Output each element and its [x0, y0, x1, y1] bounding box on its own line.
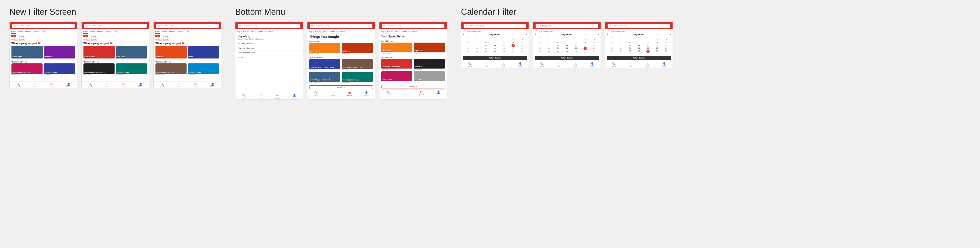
pill-events-1[interactable]: Events [17, 35, 25, 37]
bm-search-input-3[interactable]: 🔍 Search for an event... [382, 24, 444, 28]
bm-bnav-bought-3[interactable]: 🛍 Bought [413, 91, 430, 96]
cal-day-14[interactable]: 14 [490, 44, 500, 47]
bnav-saved-2[interactable]: ♡ Saved [99, 83, 115, 88]
event-card-dance-2[interactable]: Let's Dance [116, 46, 147, 59]
tab-places-1[interactable]: Places [18, 30, 23, 34]
cal3-day-26[interactable]: 26 [616, 50, 625, 53]
bm-tab-events-3[interactable]: Events [395, 30, 401, 33]
tab-maps-2[interactable]: Maps [83, 30, 88, 34]
event-card-misty-3[interactable]: Misty [188, 46, 219, 59]
pill-all-3[interactable]: All [155, 35, 160, 37]
bm-night-card[interactable]: Night it up! ● Night it up! [342, 43, 373, 54]
saved-jazz-card[interactable]: Jazz Festival ● Jazz Festival [381, 43, 412, 54]
cal-day-21[interactable]: 21 [490, 48, 500, 50]
cal3-day-21[interactable]: 21 [635, 47, 643, 50]
cal3-day-31[interactable]: 31 [662, 50, 671, 53]
tab-events-1[interactable]: Events [25, 30, 30, 34]
search-input-3[interactable]: 🔍 Search for an event... [156, 24, 219, 28]
cal3-day-10[interactable]: 10 [662, 41, 671, 44]
bm-photos[interactable]: Photos [235, 55, 303, 60]
bnav-search-1[interactable]: 🔍 Search [10, 83, 26, 88]
cal-day-24[interactable]: 24 [518, 48, 527, 50]
saved-bar-card[interactable]: Bar Stray Lorem ipsum [414, 71, 445, 83]
cal-day-3[interactable]: 3 [518, 38, 527, 41]
bm-bnav-bought-1[interactable]: 🛍 Bought [269, 94, 286, 99]
cal-day-11[interactable]: 11 [463, 44, 472, 47]
bnav-bought-2[interactable]: 🛍 Bought [115, 83, 132, 88]
bnav-bought-3[interactable]: 🛍 Bought [187, 83, 204, 88]
saved-load-more-btn[interactable]: Load More [381, 85, 445, 88]
cal-bnav-bought-2[interactable]: 🛍 Bought [567, 62, 584, 67]
cal-bnav-saved-3[interactable]: ♡ Saved [622, 62, 639, 67]
cal-next-3[interactable]: › [670, 34, 671, 35]
bm-bnav-search-1[interactable]: 🔍 Search [235, 94, 252, 99]
cal-bnav-search-1[interactable]: 🔍 Search [461, 62, 478, 67]
cal3-day-15[interactable]: 15 [644, 44, 652, 46]
cal3-day-12[interactable]: 12 [616, 44, 625, 46]
cal3-day-9[interactable]: 9 [653, 41, 662, 44]
cal-day-9[interactable]: 9 [509, 41, 518, 44]
cal2-day-8[interactable]: 8 [571, 41, 581, 44]
event-card-misty-1[interactable]: Misty Mist [44, 46, 75, 59]
cal2-day-18[interactable]: 18 [535, 47, 544, 50]
cal2-day-17[interactable]: 17 [590, 44, 599, 46]
cal2-day-12[interactable]: 12 [544, 44, 553, 46]
bm-movie-card[interactable]: Movie Nights in the Beach Lorem ipsum [309, 72, 340, 83]
bm-tab-places-2[interactable]: Places [315, 30, 321, 33]
bm-bnav-saved-3[interactable]: ♡ Saved [396, 91, 413, 96]
cal-day-17[interactable]: 17 [518, 44, 527, 47]
cal3-day-28[interactable]: 28 [635, 50, 643, 53]
cal3-day-4[interactable]: 4 [607, 41, 616, 44]
cal-search-input-1[interactable]: 🔍 Search for something... [464, 24, 526, 28]
tab-dates-2[interactable]: Dates & Location [105, 30, 119, 34]
cal2-day-20[interactable]: 20 [554, 47, 562, 50]
cal-day-18[interactable]: 18 [463, 48, 472, 50]
bm-bnav-search-2[interactable]: 🔍 Search [307, 91, 324, 96]
cal3-day-19[interactable]: 19 [616, 47, 625, 50]
cal-bnav-bought-3[interactable]: 🛍 Bought [639, 62, 656, 67]
cal-day-5[interactable]: 5 [472, 41, 481, 44]
cal3-day-27[interactable]: 27 [625, 50, 634, 53]
bm-tab-places-1[interactable]: Places [243, 30, 249, 33]
cal2-day-25[interactable]: 25 [535, 50, 544, 53]
bnav-bought-1[interactable]: 🛍 Bought [43, 83, 60, 88]
bm-rome-card[interactable]: Rome Activities Polish Festival Lorem ip… [309, 59, 340, 70]
cal-day-15[interactable]: 15 [500, 44, 509, 47]
cal-bnav-account-2[interactable]: 👤 Account [584, 62, 601, 67]
bm-bnav-search-3[interactable]: 🔍 Search [379, 91, 396, 96]
cal-next-1[interactable]: › [526, 34, 527, 35]
cal2-day-27[interactable]: 27 [554, 50, 562, 53]
cal3-day-20[interactable]: 20 [625, 47, 634, 50]
cal2-day-4[interactable]: 4 [535, 41, 544, 44]
bm-tab-dates-1[interactable]: Dates & Location [258, 30, 273, 33]
cal-day-30[interactable]: 30 [509, 50, 518, 53]
cal2-day-23-today[interactable]: 23 [584, 47, 587, 50]
cal-bnav-search-3[interactable]: 🔍 Search [605, 62, 622, 67]
tab-maps-3[interactable]: Maps [155, 30, 160, 34]
cal-day-31[interactable]: 31 [518, 50, 527, 53]
bm-tab-events-2[interactable]: Events [323, 30, 328, 33]
bm-search-input-2[interactable]: 🔍 Search for an event... [310, 24, 372, 28]
cal3-day-3[interactable]: 3 [662, 38, 671, 41]
cal3-day-30[interactable]: 30 [653, 50, 662, 53]
bnav-saved-1[interactable]: ♡ Saved [26, 83, 43, 88]
cal2-day-7[interactable]: 7 [562, 41, 571, 44]
cal3-day-11[interactable]: 11 [607, 44, 616, 46]
cal-bnav-account-3[interactable]: 👤 Account [656, 62, 673, 67]
cal2-day-6[interactable]: 6 [554, 41, 562, 44]
search-input-2[interactable]: 🔍 Search for an event... [84, 24, 146, 28]
cal2-day-21[interactable]: 21 [562, 47, 571, 50]
bm-personal-info[interactable]: Personal Information [235, 41, 303, 46]
cal3-day-25[interactable]: 25 [607, 50, 616, 53]
cal-bnav-saved-1[interactable]: ♡ Saved [478, 62, 495, 67]
tab-dates-3[interactable]: Dates & Location [177, 30, 191, 34]
bnav-search-2[interactable]: 🔍 Search [81, 83, 99, 88]
bm-bnav-account-3[interactable]: 👤 Account [430, 91, 447, 96]
bm-bnav-saved-2[interactable]: ♡ Saved [324, 91, 341, 96]
event-card-letsdance-3[interactable]: Let's Dance [156, 46, 187, 59]
pill-events-3[interactable]: Events [161, 35, 169, 37]
upcoming-card-1b[interactable]: Light and Music Lorem ipsum [44, 63, 75, 75]
bm-tab-maps-3[interactable]: Maps [381, 30, 385, 33]
cal2-day-30[interactable]: 30 [581, 50, 590, 53]
cal3-day-2[interactable]: 2 [653, 38, 662, 41]
